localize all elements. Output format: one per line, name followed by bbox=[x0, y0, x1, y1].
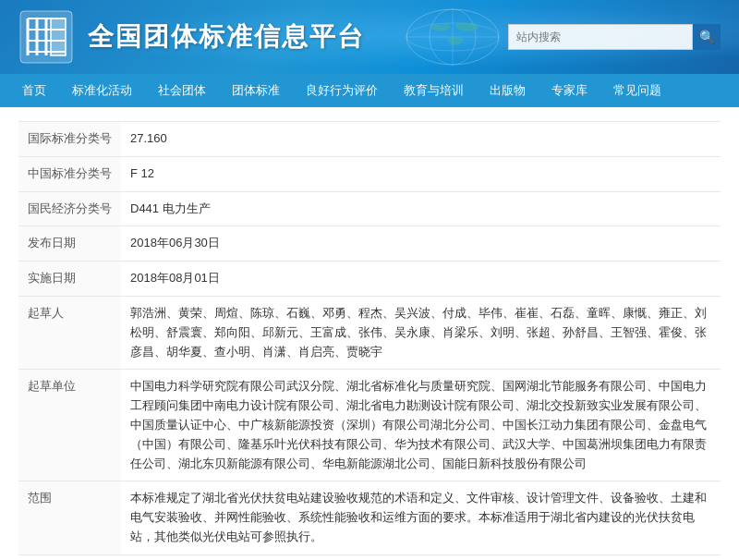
value-drafters: 郭浩洲、黄荣、周煊、陈琼、石巍、邓勇、程杰、吴兴波、付成、毕伟、崔崔、石磊、童晖… bbox=[121, 296, 721, 369]
logo-icon bbox=[18, 9, 74, 65]
label-intl-class: 国际标准分类号 bbox=[18, 122, 121, 157]
nav-item-standards[interactable]: 团体标准 bbox=[219, 74, 293, 107]
table-row: 国民经济分类号 D441 电力生产 bbox=[18, 191, 721, 226]
value-publish-date: 2018年06月30日 bbox=[121, 226, 721, 262]
info-table: 国际标准分类号 27.160 中国标准分类号 F 12 国民经济分类号 D441… bbox=[18, 121, 721, 555]
search-button[interactable]: 🔍 bbox=[693, 24, 721, 50]
label-drafters: 起草人 bbox=[18, 296, 121, 369]
nav-item-organizations[interactable]: 社会团体 bbox=[145, 74, 219, 107]
value-intl-class: 27.160 bbox=[121, 122, 721, 157]
nav-item-experts[interactable]: 专家库 bbox=[539, 74, 600, 107]
nav-item-education[interactable]: 教育与培训 bbox=[391, 74, 477, 107]
value-cn-class: F 12 bbox=[121, 156, 721, 191]
value-scope: 本标准规定了湖北省光伏扶贫电站建设验收规范的术语和定义、文件审核、设计管理文件、… bbox=[121, 481, 721, 554]
label-scope: 范围 bbox=[18, 481, 121, 554]
label-implement-date: 实施日期 bbox=[18, 262, 121, 297]
nav-item-publications[interactable]: 出版物 bbox=[477, 74, 539, 107]
table-row: 起草单位 中国电力科学研究院有限公司武汉分院、湖北省标准化与质量研究院、国网湖北… bbox=[18, 370, 721, 481]
nav-item-evaluation[interactable]: 良好行为评价 bbox=[293, 74, 391, 107]
table-row: 起草人 郭浩洲、黄荣、周煊、陈琼、石巍、邓勇、程杰、吴兴波、付成、毕伟、崔崔、石… bbox=[18, 296, 721, 369]
label-publish-date: 发布日期 bbox=[18, 226, 121, 262]
value-implement-date: 2018年08月01日 bbox=[121, 262, 721, 297]
nav-item-activities[interactable]: 标准化活动 bbox=[59, 74, 145, 107]
table-row: 范围 本标准规定了湖北省光伏扶贫电站建设验收规范的术语和定义、文件审核、设计管理… bbox=[18, 481, 721, 554]
table-row: 实施日期 2018年08月01日 bbox=[18, 262, 721, 297]
table-row: 中国标准分类号 F 12 bbox=[18, 156, 721, 191]
value-draft-units: 中国电力科学研究院有限公司武汉分院、湖北省标准化与质量研究院、国网湖北节能服务有… bbox=[121, 370, 721, 481]
globe-decoration bbox=[397, 5, 508, 72]
label-economy-class: 国民经济分类号 bbox=[18, 191, 121, 226]
header: 全国团体标准信息平台 🔍 bbox=[0, 0, 739, 74]
logo-title: 全国团体标准信息平台 bbox=[88, 19, 365, 55]
svg-rect-13 bbox=[51, 18, 66, 55]
search-area: 🔍 bbox=[508, 24, 721, 50]
search-input[interactable] bbox=[508, 24, 693, 50]
nav-item-home[interactable]: 首页 bbox=[9, 74, 59, 107]
main-content: 国际标准分类号 27.160 中国标准分类号 F 12 国民经济分类号 D441… bbox=[0, 107, 739, 560]
nav-item-faq[interactable]: 常见问题 bbox=[600, 74, 674, 107]
nav-bar: 首页 标准化活动 社会团体 团体标准 良好行为评价 教育与培训 出版物 专家库 … bbox=[0, 74, 739, 107]
value-economy-class: D441 电力生产 bbox=[121, 191, 721, 226]
label-draft-units: 起草单位 bbox=[18, 370, 121, 481]
label-cn-class: 中国标准分类号 bbox=[18, 156, 121, 191]
table-row: 国际标准分类号 27.160 bbox=[18, 122, 721, 157]
logo-area: 全国团体标准信息平台 bbox=[18, 9, 365, 65]
table-row: 发布日期 2018年06月30日 bbox=[18, 226, 721, 262]
